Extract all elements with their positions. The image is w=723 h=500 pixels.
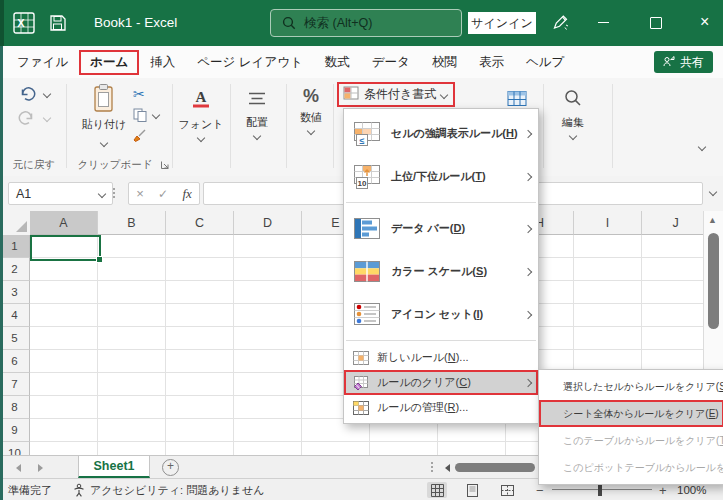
active-cell-selection[interactable]	[30, 235, 101, 261]
top-bottom-icon: 10	[352, 163, 382, 191]
clipboard-dialog-launcher-icon[interactable]	[160, 156, 170, 174]
accessibility-icon[interactable]	[72, 479, 86, 500]
align-group-button[interactable]: 配置	[234, 90, 280, 139]
normal-view-icon[interactable]	[427, 482, 447, 498]
cut-icon[interactable]: ✂	[133, 86, 145, 102]
window-title: Book1 - Excel	[94, 15, 177, 30]
share-button[interactable]: 共有	[654, 51, 713, 73]
submenu-item-clear-selected-cells[interactable]: 選択したセルからルールをクリア(S)	[539, 373, 723, 400]
save-icon[interactable]	[49, 14, 67, 36]
pen-feedback-icon[interactable]	[551, 13, 569, 35]
page-layout-view-icon[interactable]	[462, 482, 482, 498]
row-header-1[interactable]: 1	[0, 235, 30, 258]
magnifier-icon	[563, 88, 583, 112]
font-group-button[interactable]: A フォント	[178, 88, 224, 141]
submenu-arrow-icon	[524, 267, 532, 275]
undo-button[interactable]	[18, 86, 50, 105]
percent-icon: %	[303, 86, 319, 107]
number-group-button[interactable]: % 数値	[288, 86, 334, 134]
name-box[interactable]: A1	[8, 182, 113, 205]
row-header-2[interactable]: 2	[0, 258, 30, 281]
row-header-7[interactable]: 7	[0, 373, 30, 396]
menu-item-new-rule[interactable]: 新しいルール(N)...	[344, 345, 538, 370]
row-header-8[interactable]: 8	[0, 396, 30, 419]
number-group-label: 数値	[300, 110, 322, 125]
menu-item-label: ルールのクリア(C)	[377, 375, 471, 390]
prev-sheet-icon[interactable]	[16, 464, 21, 472]
menu-item-top-bottom-rules[interactable]: 10上位/下位ルール(T)	[344, 155, 538, 198]
minimize-button[interactable]	[598, 22, 609, 23]
column-header-J[interactable]: J	[642, 211, 703, 235]
confirm-entry-icon[interactable]: ✓	[158, 187, 168, 201]
highlight-cells-icon: ≤	[352, 120, 382, 148]
submenu-item-clear-this-pivottable: このピボットテーブルからルールをクリ	[539, 454, 723, 481]
share-label: 共有	[680, 54, 704, 71]
column-header-C[interactable]: C	[166, 211, 234, 235]
menu-item-highlight-cells-rules[interactable]: ≤セルの強調表示ルール(H)	[344, 112, 538, 155]
format-painter-icon[interactable]	[133, 128, 148, 147]
tab-help[interactable]: ヘルプ	[515, 50, 575, 75]
menu-separator	[346, 202, 536, 203]
ribbon-separator	[230, 84, 231, 168]
expand-formula-bar-icon[interactable]	[709, 188, 717, 196]
submenu-item-label: 選択したセルからルールをクリア(S)	[563, 380, 723, 394]
copy-icon[interactable]	[133, 108, 159, 126]
column-header-B[interactable]: B	[98, 211, 166, 235]
conditional-formatting-button[interactable]: 条件付き書式	[337, 82, 455, 107]
column-header-A[interactable]: A	[30, 211, 98, 235]
tab-splitter-grip[interactable]	[431, 462, 433, 472]
menu-item-data-bars[interactable]: データ バー(D)	[344, 207, 538, 250]
cancel-entry-icon[interactable]: ×	[136, 186, 144, 201]
menu-item-clear-rules[interactable]: ルールのクリア(C)	[344, 370, 538, 395]
horizontal-scrollbar-thumb[interactable]	[455, 463, 535, 472]
menu-item-manage-rules[interactable]: ルールの管理(R)...	[344, 395, 538, 420]
row-header-10[interactable]: 10	[0, 442, 30, 455]
tab-insert[interactable]: 挿入	[139, 50, 186, 75]
maximize-button[interactable]	[650, 17, 662, 29]
close-button[interactable]: ×	[700, 12, 709, 32]
row-header-6[interactable]: 6	[0, 350, 30, 373]
row-header-4[interactable]: 4	[0, 304, 30, 327]
scroll-up-icon[interactable]: ▲	[708, 215, 717, 225]
submenu-item-clear-entire-sheet[interactable]: シート全体からルールをクリア(E)	[539, 400, 723, 427]
tab-file[interactable]: ファイル	[6, 50, 79, 75]
formula-bar-grip[interactable]	[113, 188, 115, 198]
paste-button[interactable]: 貼り付け	[78, 83, 130, 150]
insert-function-icon[interactable]: fx	[182, 186, 191, 202]
search-input[interactable]: 検索 (Alt+Q)	[270, 9, 462, 37]
submenu-arrow-icon	[524, 224, 532, 232]
menu-item-color-scales[interactable]: カラー スケール(S)	[344, 250, 538, 293]
menu-item-icon-sets[interactable]: アイコン セット(I)	[344, 293, 538, 336]
add-sheet-icon[interactable]: +	[162, 459, 179, 476]
redo-button[interactable]	[18, 110, 50, 129]
ribbon-tab-row: ファイルホーム挿入ページ レイアウト数式データ校閲表示ヘルプ 共有	[0, 46, 723, 78]
svg-text:≤: ≤	[360, 135, 365, 145]
tab-page-layout[interactable]: ページ レイアウト	[186, 50, 314, 75]
scroll-left-icon[interactable]	[445, 464, 450, 472]
sheet-tab-sheet1[interactable]: Sheet1	[78, 456, 150, 478]
page-break-view-icon[interactable]	[497, 482, 517, 498]
tab-formulas[interactable]: 数式	[314, 50, 361, 75]
tab-review[interactable]: 校閲	[421, 50, 468, 75]
menu-item-label: ルールの管理(R)...	[377, 400, 468, 415]
clear-rules-submenu: 選択したセルからルールをクリア(S)シート全体からルールをクリア(E)このテーブ…	[538, 369, 723, 485]
signin-button[interactable]: サインイン	[468, 12, 536, 34]
tab-home[interactable]: ホーム	[79, 50, 139, 75]
edit-group-button[interactable]: 編集	[550, 88, 596, 139]
row-header-3[interactable]: 3	[0, 281, 30, 304]
tab-data[interactable]: データ	[361, 50, 421, 75]
submenu-arrow-icon	[524, 172, 532, 180]
row-header-9[interactable]: 9	[0, 419, 30, 442]
menu-item-label: 新しいルール(N)...	[377, 350, 469, 365]
submenu-item-clear-this-table: このテーブルからルールをクリア(T)	[539, 427, 723, 454]
select-all-corner[interactable]	[0, 211, 31, 236]
vertical-scrollbar-thumb[interactable]	[708, 233, 719, 329]
collapse-ribbon-icon[interactable]	[698, 143, 706, 151]
zoom-slider[interactable]	[552, 489, 652, 490]
zoom-slider-thumb[interactable]	[598, 484, 602, 496]
next-sheet-icon[interactable]	[38, 464, 43, 472]
column-header-I[interactable]: I	[574, 211, 642, 235]
row-header-5[interactable]: 5	[0, 327, 30, 350]
column-header-D[interactable]: D	[234, 211, 302, 235]
tab-view[interactable]: 表示	[468, 50, 515, 75]
